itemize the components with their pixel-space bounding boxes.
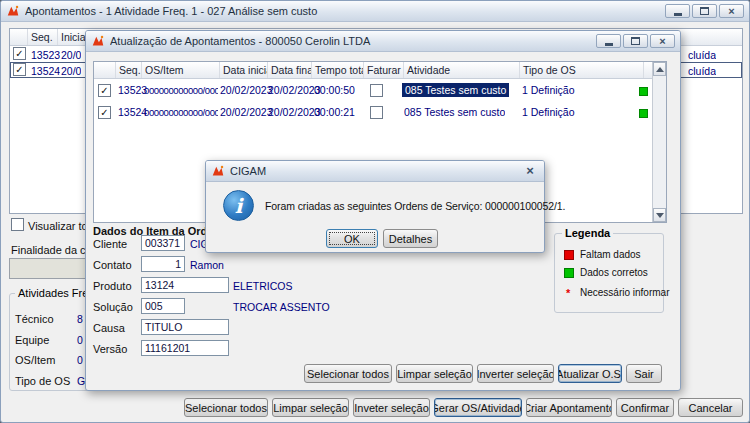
visualizar-todos-checkbox[interactable] bbox=[11, 218, 24, 231]
cell-data-inicial: 20/02/2023 bbox=[220, 84, 273, 96]
selecionar-todos-button[interactable]: Selecionar todos bbox=[304, 364, 392, 383]
cigam-logo-icon bbox=[211, 164, 225, 178]
scroll-down-icon[interactable] bbox=[653, 208, 666, 222]
inverter-selecao-button[interactable]: Inverter seleção bbox=[477, 364, 554, 383]
maximize-icon[interactable] bbox=[623, 34, 648, 48]
message-box-titlebar[interactable]: CIGAM bbox=[206, 161, 544, 182]
solucao-field[interactable]: 005 bbox=[141, 298, 185, 314]
equipe-value: 0 bbox=[77, 334, 83, 346]
cell-seq: 13524 bbox=[118, 106, 147, 118]
main-window-title: Apontamentos - 1 Atividade Freq. 1 - 027… bbox=[25, 5, 660, 17]
cell-seq: 13523 bbox=[31, 49, 60, 61]
contato-field[interactable]: 1 bbox=[141, 256, 185, 272]
tipo-os-value: G bbox=[77, 375, 85, 387]
cell-atividade: 085 Testes sem custo bbox=[404, 106, 505, 118]
legend-necessario-label: Necessário informar bbox=[580, 287, 669, 298]
table-row[interactable]: ✓ 13524 000000000000/00000 20/02/2023 20… bbox=[94, 103, 666, 123]
equipe-label: Equipe bbox=[15, 334, 49, 346]
close-icon[interactable] bbox=[521, 164, 539, 178]
solucao-label: Solução bbox=[93, 301, 133, 313]
produto-label: Produto bbox=[93, 280, 132, 292]
header-seq: Seq. bbox=[28, 29, 58, 45]
dialog-title: Atualização de Apontamentos - 800050 Cer… bbox=[110, 35, 591, 47]
cell-tipo-os: 1 Definição bbox=[522, 106, 575, 118]
legend-corretos-label: Dados corretos bbox=[580, 267, 648, 278]
gerar-os-atividade-button[interactable]: Gerar OS/Atividade bbox=[434, 398, 522, 417]
main-window-titlebar[interactable]: Apontamentos - 1 Atividade Freq. 1 - 027… bbox=[1, 1, 749, 22]
close-icon[interactable] bbox=[650, 34, 675, 48]
maximize-icon[interactable] bbox=[692, 4, 717, 18]
cell-status: cluída bbox=[688, 65, 716, 77]
inverter-selecao-button[interactable]: Inveter seleção bbox=[353, 398, 430, 417]
table-row[interactable]: ✓ 13523 000000000000/00000 20/02/2023 20… bbox=[94, 81, 666, 101]
legend-green-square bbox=[564, 268, 574, 278]
header-data-inicial: Data inicial bbox=[220, 62, 268, 78]
os-item-value: 0 bbox=[77, 354, 83, 366]
row-checkbox[interactable]: ✓ bbox=[13, 63, 26, 76]
close-icon[interactable] bbox=[719, 4, 744, 18]
header-seq: Seq. bbox=[116, 62, 142, 78]
header-os-item: OS/Item bbox=[142, 62, 220, 78]
produto-field[interactable]: 13124 bbox=[141, 277, 229, 293]
cell-data-inicial: 20/02/2023 bbox=[220, 106, 273, 118]
finalidade-label: Finalidade da c bbox=[11, 244, 86, 256]
message-text: Foram criadas as seguintes Ordens de Ser… bbox=[265, 200, 565, 212]
detalhes-button[interactable]: Detalhes bbox=[383, 229, 438, 248]
versao-field[interactable]: 11161201 bbox=[141, 340, 229, 356]
cell-inicio: 20/0 bbox=[61, 49, 81, 61]
ok-button[interactable]: OK bbox=[326, 229, 378, 248]
header-checkbox-column bbox=[94, 62, 116, 78]
header-checkbox-column bbox=[10, 29, 28, 45]
status-ok-square bbox=[639, 87, 648, 96]
dialog-titlebar[interactable]: Atualização de Apontamentos - 800050 Cer… bbox=[86, 31, 680, 52]
cell-tempo-total: 00:00:50 bbox=[314, 84, 355, 96]
faturar-checkbox[interactable] bbox=[370, 84, 383, 97]
row-checkbox[interactable]: ✓ bbox=[98, 106, 111, 119]
contato-desc: Ramon bbox=[190, 259, 224, 271]
legend-faltam-label: Faltam dados bbox=[580, 249, 641, 260]
causa-field[interactable]: TITULO bbox=[141, 319, 229, 335]
tipo-os-label: Tipo de OS bbox=[15, 375, 70, 387]
cigam-logo-icon bbox=[91, 34, 105, 48]
cell-os-item: 000000000000/00000 bbox=[144, 107, 218, 118]
cliente-label: Cliente bbox=[93, 238, 127, 250]
screen: Apontamentos - 1 Atividade Freq. 1 - 027… bbox=[0, 0, 750, 423]
os-item-label: OS/Item bbox=[15, 354, 55, 366]
scroll-up-icon[interactable] bbox=[653, 62, 666, 76]
cancelar-button[interactable]: Cancelar bbox=[678, 398, 743, 417]
header-faturar: Faturar bbox=[364, 62, 404, 78]
header-data-final: Data final bbox=[268, 62, 312, 78]
faturar-checkbox[interactable] bbox=[370, 106, 383, 119]
solucao-desc: TROCAR ASSENTO bbox=[233, 301, 330, 313]
criar-apontamento-button[interactable]: Criar Apontamento bbox=[526, 398, 612, 417]
legend-red-square bbox=[564, 250, 574, 260]
limpar-selecao-button[interactable]: Limpar seleção bbox=[272, 398, 349, 417]
cell-tempo-total: 00:00:21 bbox=[314, 106, 355, 118]
contato-label: Contato bbox=[93, 259, 132, 271]
versao-label: Versão bbox=[93, 343, 127, 355]
table-scrollbar[interactable] bbox=[652, 62, 666, 222]
cell-seq: 13524 bbox=[31, 65, 60, 77]
atualizar-os-button[interactable]: Atualizar O.S. bbox=[558, 364, 622, 383]
info-icon bbox=[223, 190, 254, 221]
row-checkbox[interactable]: ✓ bbox=[13, 47, 26, 60]
cell-status: cluída bbox=[688, 49, 716, 61]
minimize-icon[interactable] bbox=[596, 34, 621, 48]
header-tipo-os: Tipo de OS bbox=[520, 62, 644, 78]
sair-button[interactable]: Sair bbox=[626, 364, 662, 383]
cigam-message-box: CIGAM Foram criadas as seguintes Ordens … bbox=[205, 160, 545, 253]
header-atividade: Atividade bbox=[404, 62, 520, 78]
cliente-field[interactable]: 003371 bbox=[141, 235, 185, 251]
os-items-table-header: Seq. OS/Item Data inicial Data final Tem… bbox=[94, 62, 666, 79]
tecnico-label: Técnico bbox=[15, 313, 54, 325]
limpar-selecao-button[interactable]: Limpar seleção bbox=[396, 364, 473, 383]
legend-asterisk-icon: * bbox=[566, 287, 570, 299]
minimize-icon[interactable] bbox=[665, 4, 690, 18]
row-checkbox[interactable]: ✓ bbox=[98, 84, 111, 97]
header-tempo-total: Tempo total bbox=[312, 62, 364, 78]
message-box-title: CIGAM bbox=[230, 165, 516, 177]
confirmar-button[interactable]: Confirmar bbox=[616, 398, 674, 417]
cell-tipo-os: 1 Definição bbox=[522, 84, 575, 96]
selecionar-todos-button[interactable]: Selecionar todos bbox=[184, 398, 268, 417]
cell-seq: 13523 bbox=[118, 84, 147, 96]
